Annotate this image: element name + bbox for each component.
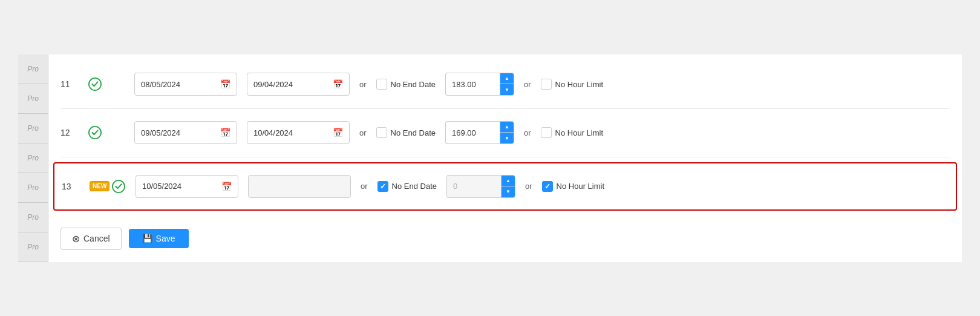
calendar-icon: 📅 bbox=[221, 182, 232, 191]
row-icons: NEW bbox=[90, 180, 126, 193]
spin-up-button[interactable]: ▲ bbox=[500, 73, 514, 84]
no-end-date-checkbox[interactable] bbox=[377, 181, 388, 192]
spin-buttons: ▲ ▼ bbox=[501, 175, 515, 198]
row-icons bbox=[88, 77, 125, 91]
row-icons bbox=[88, 126, 125, 139]
or-separator: or bbox=[361, 182, 368, 191]
svg-point-1 bbox=[89, 127, 101, 139]
spin-buttons: ▲ ▼ bbox=[500, 73, 514, 96]
svg-point-2 bbox=[113, 180, 125, 192]
table-row: 12 09/05/2024 📅 10/04/2024 📅 or No End D… bbox=[60, 109, 950, 157]
calendar-icon: 📅 bbox=[220, 128, 230, 137]
start-date-value: 09/05/2024 bbox=[141, 128, 215, 137]
start-date-input[interactable]: 09/05/2024 📅 bbox=[134, 121, 237, 144]
no-hour-limit-checkbox[interactable] bbox=[541, 127, 552, 138]
cancel-icon: ⊗ bbox=[72, 233, 80, 245]
no-end-date-label: No End Date bbox=[392, 182, 437, 191]
end-date-value: 09/04/2024 bbox=[253, 80, 328, 89]
no-hour-limit-checkbox[interactable] bbox=[542, 181, 553, 192]
or-separator-2: or bbox=[524, 80, 531, 89]
hour-input-group: 183.00 ▲ ▼ bbox=[445, 73, 514, 96]
row-number: 11 bbox=[60, 79, 79, 89]
hour-value: 183.00 bbox=[452, 80, 476, 89]
table-row: 11 08/05/2024 📅 09/04/2024 📅 or No End D… bbox=[60, 61, 950, 109]
no-end-date-label: No End Date bbox=[391, 128, 436, 137]
or-separator: or bbox=[359, 128, 367, 137]
end-date-value: 10/04/2024 bbox=[253, 128, 328, 137]
cancel-label: Cancel bbox=[83, 234, 110, 243]
sidebar-cell: Pro bbox=[18, 54, 48, 84]
no-end-date-group: No End Date bbox=[377, 181, 437, 192]
no-hour-limit-group: No Hour Limit bbox=[541, 79, 603, 90]
spin-down-button[interactable]: ▼ bbox=[500, 84, 514, 95]
start-date-input[interactable]: 10/05/2024 📅 bbox=[136, 175, 238, 198]
cancel-button[interactable]: ⊗ Cancel bbox=[60, 228, 122, 250]
save-button[interactable]: 💾 Save bbox=[129, 229, 189, 248]
sidebar-cell: Pro bbox=[18, 84, 48, 114]
calendar-icon: 📅 bbox=[220, 79, 230, 89]
check-circle-icon bbox=[88, 77, 102, 91]
save-label: Save bbox=[156, 234, 175, 243]
sidebar-cell: Pro bbox=[18, 232, 48, 262]
end-date-input[interactable]: 10/04/2024 📅 bbox=[247, 121, 350, 144]
start-date-value: 10/05/2024 bbox=[142, 182, 217, 191]
sidebar-cell: Pro bbox=[18, 143, 48, 173]
spin-down-button[interactable]: ▼ bbox=[501, 186, 515, 197]
spin-up-button[interactable]: ▲ bbox=[501, 176, 515, 186]
hour-input-group: 169.00 ▲ ▼ bbox=[445, 121, 514, 144]
main-container: Pro Pro Pro Pro Pro Pro Pro 11 08/05/202… bbox=[18, 54, 962, 262]
hour-input[interactable]: 183.00 bbox=[445, 73, 500, 96]
spin-up-button[interactable]: ▲ bbox=[500, 122, 514, 133]
table-row-highlighted: 13 NEW 10/05/2024 📅 or No End Date bbox=[53, 162, 957, 211]
no-end-date-label: No End Date bbox=[391, 80, 436, 89]
or-separator-2: or bbox=[524, 128, 531, 137]
start-date-input[interactable]: 08/05/2024 📅 bbox=[134, 73, 237, 96]
hour-input-group: 0 ▲ ▼ bbox=[446, 175, 515, 198]
no-end-date-group: No End Date bbox=[376, 79, 436, 90]
row-number: 12 bbox=[60, 128, 79, 137]
spin-buttons: ▲ ▼ bbox=[500, 121, 514, 144]
calendar-icon: 📅 bbox=[333, 79, 343, 89]
sidebar-cell: Pro bbox=[18, 114, 48, 143]
no-hour-limit-label: No Hour Limit bbox=[555, 128, 603, 137]
no-end-date-checkbox[interactable] bbox=[376, 79, 387, 90]
hour-value: 0 bbox=[453, 182, 457, 191]
no-hour-limit-group: No Hour Limit bbox=[542, 181, 604, 192]
sidebar-cell: Pro bbox=[18, 173, 48, 203]
hour-input[interactable]: 0 bbox=[446, 175, 501, 198]
row-number: 13 bbox=[62, 182, 80, 191]
save-icon: 💾 bbox=[142, 234, 152, 243]
left-sidebar: Pro Pro Pro Pro Pro Pro Pro bbox=[18, 54, 48, 262]
end-date-input[interactable]: 09/04/2024 📅 bbox=[247, 73, 350, 96]
no-hour-limit-label: No Hour Limit bbox=[555, 80, 603, 89]
content-area: 11 08/05/2024 📅 09/04/2024 📅 or No End D… bbox=[48, 54, 962, 262]
no-hour-limit-group: No Hour Limit bbox=[541, 127, 603, 138]
check-circle-icon bbox=[88, 126, 102, 139]
or-separator: or bbox=[359, 80, 367, 89]
check-circle-icon bbox=[112, 180, 125, 193]
no-hour-limit-label: No Hour Limit bbox=[557, 182, 604, 191]
svg-point-0 bbox=[89, 78, 101, 90]
calendar-icon: 📅 bbox=[333, 128, 343, 137]
no-end-date-group: No End Date bbox=[376, 127, 436, 138]
start-date-value: 08/05/2024 bbox=[141, 80, 215, 89]
spin-down-button[interactable]: ▼ bbox=[500, 133, 514, 143]
hour-input[interactable]: 169.00 bbox=[445, 121, 500, 144]
new-badge: NEW bbox=[90, 181, 109, 191]
footer-row: ⊗ Cancel 💾 Save bbox=[60, 216, 950, 256]
no-hour-limit-checkbox[interactable] bbox=[541, 79, 552, 90]
hour-value: 169.00 bbox=[452, 128, 476, 137]
no-end-date-checkbox[interactable] bbox=[376, 127, 387, 138]
or-separator-2: or bbox=[525, 182, 532, 191]
sidebar-cell: Pro bbox=[18, 203, 48, 232]
end-date-input[interactable] bbox=[248, 175, 351, 198]
